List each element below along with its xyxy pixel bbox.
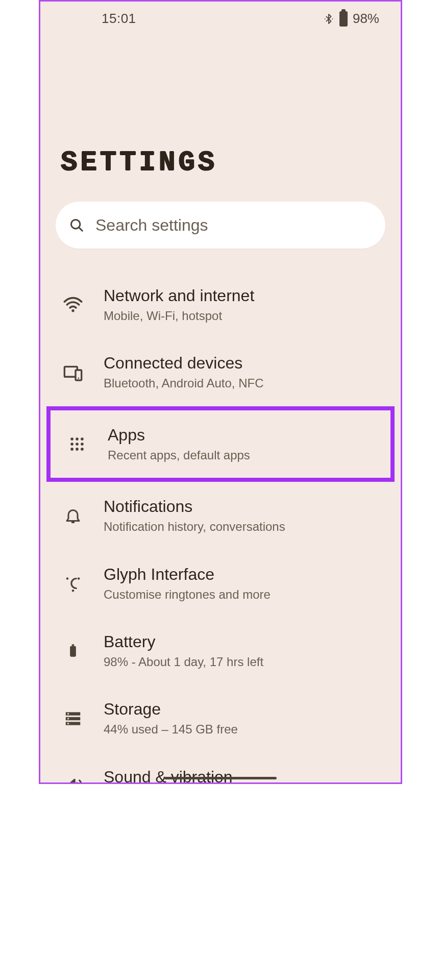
status-right: 98% bbox=[323, 11, 379, 27]
svg-point-29 bbox=[67, 722, 69, 724]
svg-point-8 bbox=[78, 377, 80, 379]
wifi-icon bbox=[62, 293, 84, 316]
status-battery-pct: 98% bbox=[353, 11, 379, 27]
status-bar: 15:01 98% bbox=[40, 2, 401, 35]
svg-point-14 bbox=[81, 443, 84, 446]
settings-item-title: Battery bbox=[104, 631, 391, 652]
storage-icon bbox=[62, 707, 84, 730]
settings-item-apps[interactable]: Apps Recent apps, default apps bbox=[46, 406, 395, 482]
settings-list: Network and internet Mobile, Wi-Fi, hots… bbox=[40, 252, 401, 784]
settings-item-subtitle: Bluetooth, Android Auto, NFC bbox=[104, 375, 391, 391]
svg-point-10 bbox=[76, 437, 79, 440]
svg-rect-23 bbox=[72, 644, 75, 646]
speaker-icon bbox=[62, 775, 84, 784]
status-time: 15:01 bbox=[102, 11, 136, 27]
settings-item-title: Glyph Interface bbox=[104, 564, 391, 584]
svg-rect-22 bbox=[70, 646, 76, 657]
settings-item-title: Connected devices bbox=[104, 353, 391, 373]
search-input[interactable] bbox=[95, 216, 372, 235]
svg-point-15 bbox=[70, 448, 74, 451]
svg-point-4 bbox=[71, 309, 74, 312]
settings-item-title: Network and internet bbox=[104, 285, 391, 306]
svg-point-21 bbox=[72, 590, 74, 592]
page-title: SETTINGS bbox=[40, 35, 401, 178]
search-icon bbox=[69, 217, 84, 233]
settings-item-subtitle: 98% - About 1 day, 17 hrs left bbox=[104, 654, 391, 670]
settings-item-subtitle: Recent apps, default apps bbox=[108, 447, 381, 463]
svg-point-27 bbox=[67, 713, 69, 714]
settings-item-battery[interactable]: Battery 98% - About 1 day, 17 hrs left bbox=[40, 617, 401, 684]
nav-handle[interactable] bbox=[164, 777, 277, 779]
settings-item-subtitle: Customise ringtones and more bbox=[104, 586, 391, 603]
svg-point-0 bbox=[325, 18, 326, 19]
battery-full-icon bbox=[62, 640, 84, 662]
svg-point-16 bbox=[76, 448, 79, 451]
svg-point-13 bbox=[76, 443, 79, 446]
settings-item-network[interactable]: Network and internet Mobile, Wi-Fi, hots… bbox=[40, 271, 401, 338]
bluetooth-icon bbox=[323, 12, 334, 26]
settings-item-connected-devices[interactable]: Connected devices Bluetooth, Android Aut… bbox=[40, 338, 401, 406]
svg-point-1 bbox=[332, 18, 333, 19]
svg-point-20 bbox=[78, 577, 80, 579]
settings-item-title: Notifications bbox=[104, 496, 391, 517]
settings-screen: 15:01 98% SETTINGS bbox=[39, 0, 402, 784]
settings-item-title: Apps bbox=[108, 425, 381, 445]
svg-point-19 bbox=[66, 577, 68, 579]
settings-item-title: Storage bbox=[104, 699, 391, 719]
search-bar[interactable] bbox=[56, 202, 385, 249]
svg-point-28 bbox=[67, 718, 69, 719]
settings-item-storage[interactable]: Storage 44% used – 145 GB free bbox=[40, 684, 401, 752]
settings-item-subtitle: Notification history, conversations bbox=[104, 519, 391, 535]
bell-icon bbox=[62, 504, 84, 527]
glyph-icon bbox=[62, 572, 84, 595]
apps-grid-icon bbox=[66, 433, 88, 455]
svg-line-3 bbox=[79, 228, 82, 231]
settings-item-subtitle: 44% used – 145 GB free bbox=[104, 721, 391, 738]
svg-point-17 bbox=[81, 448, 84, 451]
search-wrap bbox=[40, 178, 401, 252]
svg-point-12 bbox=[70, 443, 74, 446]
settings-item-subtitle: Mobile, Wi-Fi, hotspot bbox=[104, 308, 391, 324]
svg-point-9 bbox=[70, 437, 74, 440]
battery-icon bbox=[339, 11, 348, 27]
settings-item-notifications[interactable]: Notifications Notification history, conv… bbox=[40, 482, 401, 549]
devices-icon bbox=[62, 361, 84, 384]
svg-point-11 bbox=[81, 437, 84, 440]
settings-item-glyph[interactable]: Glyph Interface Customise ringtones and … bbox=[40, 550, 401, 617]
settings-item-title: Sound & vibration bbox=[104, 767, 391, 784]
